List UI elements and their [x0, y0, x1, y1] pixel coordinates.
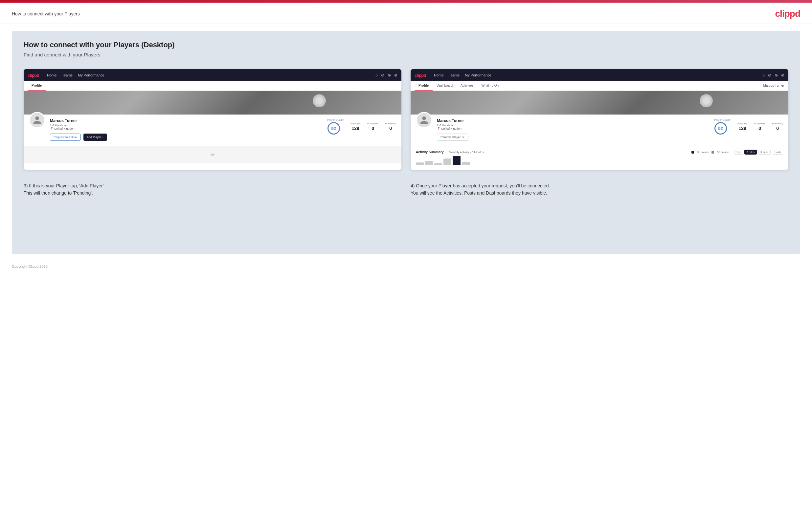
right-location: 📍 United Kingdom: [437, 127, 710, 130]
off-course-legend-dot: [711, 151, 714, 154]
caption-right-text: 4) Once your Player has accepted your re…: [411, 182, 789, 197]
search-icon: ⌕: [375, 73, 378, 77]
search-icon-right: ⌕: [762, 73, 765, 77]
on-course-legend-dot: [692, 151, 694, 154]
globe-icon-right: ⊗: [781, 73, 784, 77]
chart-bar-1: [416, 162, 424, 165]
left-profile-section: Marcus Turner 1-5 Handicap 📍 United King…: [23, 115, 401, 146]
avatar-icon-right: [419, 115, 429, 125]
right-profile-section: Marcus Turner 1-5 Handicap 📍 United King…: [411, 115, 789, 146]
right-nav-home: Home: [434, 73, 444, 77]
activity-period: Monthly Activity · 6 Months: [449, 151, 484, 154]
settings-icon-right: ⊕: [774, 73, 778, 77]
chart-bar-2: [425, 161, 433, 165]
right-profile-stats: Player Quality 92 Activities 129 Followe…: [714, 118, 783, 134]
tab-dashboard[interactable]: Dashboard: [433, 81, 457, 91]
left-profile-stats: Player Quality 92 Activities 129 Followe…: [327, 118, 396, 134]
avatar-icon: [33, 115, 42, 125]
left-nav-icons: ⌕ ⊙ ⊕ ⊗: [375, 73, 398, 77]
screenshots-row: clippd Home Teams My Performance ⌕ ⊙ ⊕ ⊗…: [23, 69, 789, 170]
left-activities-stat: Activities 129: [350, 122, 361, 131]
right-nav: clippd Home Teams My Performance ⌕ ⊙ ⊕ ⊗: [411, 69, 789, 81]
page-header: How to connect with your Players clippd: [0, 3, 812, 24]
article-title: How to connect with your Players (Deskto…: [23, 41, 789, 49]
settings-icon: ⊕: [388, 73, 391, 77]
right-quality-stat: Player Quality 92: [714, 118, 731, 134]
chart-bar-4: [444, 159, 451, 165]
right-avatar: [416, 112, 432, 128]
left-footer: ✏: [23, 146, 401, 163]
activity-legend: On course Off course: [692, 151, 729, 154]
left-nav-home: Home: [47, 73, 56, 77]
left-profile-info: Marcus Turner 1-5 Handicap 📍 United King…: [50, 118, 323, 141]
left-avatar: [29, 112, 45, 128]
top-stripe: [0, 0, 812, 3]
activity-chart: [416, 157, 783, 166]
time-6mths[interactable]: 6 mths: [744, 150, 757, 155]
add-player-button[interactable]: Add Player +: [84, 133, 107, 141]
chart-bar-5: [453, 156, 461, 165]
left-following-stat: Following 0: [385, 122, 396, 131]
left-quality-stat: Player Quality 92: [327, 118, 344, 134]
copyright: Copyright Clippd 2022: [12, 265, 48, 269]
caption-left-text: 3) If this is your Player tap, 'Add Play…: [23, 182, 401, 197]
right-tabs: Profile Dashboard Activities What To On …: [411, 81, 789, 91]
caption-right: 4) Once your Player has accepted your re…: [411, 179, 789, 200]
golf-banner-left: [23, 91, 401, 115]
activity-summary: Activity Summary Monthly Activity · 6 Mo…: [411, 146, 789, 170]
left-followers-stat: Followers 0: [367, 122, 378, 131]
player-name-dropdown[interactable]: Marcus Turner: [763, 81, 784, 91]
close-icon: ✕: [462, 135, 465, 139]
left-nav-logo: clippd: [28, 73, 39, 78]
location-pin-icon-right: 📍: [437, 127, 441, 130]
tab-profile-left[interactable]: Profile: [28, 81, 46, 91]
golf-banner-right: [411, 91, 789, 115]
caption-left: 3) If this is your Player tap, 'Add Play…: [23, 179, 401, 200]
time-3mths[interactable]: 3 mths: [758, 150, 771, 155]
right-nav-teams: Teams: [449, 73, 460, 77]
globe-icon: ⊗: [394, 73, 398, 77]
breadcrumb: How to connect with your Players: [12, 11, 80, 16]
tab-activities[interactable]: Activities: [457, 81, 477, 91]
header-divider: [12, 24, 800, 24]
page-footer: Copyright Clippd 2022: [0, 261, 812, 275]
activity-title: Activity Summary: [416, 150, 444, 154]
left-profile-buttons: Request to Follow Add Player +: [50, 133, 323, 141]
right-profile-info: Marcus Turner 1-5 Handicap 📍 United King…: [437, 118, 710, 141]
right-nav-icons: ⌕ ⊙ ⊕ ⊗: [762, 73, 784, 77]
article-subtitle: Find and connect with your Players: [23, 52, 789, 57]
left-location: 📍 United Kingdom: [50, 127, 323, 130]
quality-circle-right: 92: [714, 122, 727, 134]
left-player-name: Marcus Turner: [50, 118, 323, 123]
pencil-icon: ✏: [211, 152, 215, 158]
clippd-logo: clippd: [775, 8, 800, 19]
activity-header: Activity Summary Monthly Activity · 6 Mo…: [416, 150, 783, 155]
right-followers-stat: Followers 0: [754, 122, 765, 131]
time-1mth[interactable]: 1 mth: [772, 150, 783, 155]
main-content: How to connect with your Players (Deskto…: [12, 31, 800, 254]
left-nav: clippd Home Teams My Performance ⌕ ⊙ ⊕ ⊗: [23, 69, 401, 81]
right-handicap: 1-5 Handicap: [437, 124, 710, 127]
user-icon-right: ⊙: [768, 73, 771, 77]
user-icon: ⊙: [381, 73, 384, 77]
off-course-legend-label: Off course: [717, 151, 729, 154]
screenshot-right: clippd Home Teams My Performance ⌕ ⊙ ⊕ ⊗…: [411, 69, 789, 170]
left-tabs: Profile: [23, 81, 401, 91]
right-nav-logo: clippd: [414, 73, 426, 78]
chart-bar-3: [434, 163, 442, 165]
quality-circle-left: 92: [327, 122, 340, 134]
remove-player-button[interactable]: Remove Player ✕: [437, 133, 468, 141]
tab-profile-right[interactable]: Profile: [414, 81, 433, 91]
left-handicap: 1-5 Handicap: [50, 124, 323, 127]
right-player-name: Marcus Turner: [437, 118, 710, 123]
right-following-stat: Following 0: [772, 122, 783, 131]
location-pin-icon: 📍: [50, 127, 54, 130]
time-filter-buttons: 1 yr 6 mths 3 mths 1 mth: [734, 150, 783, 155]
tab-what-to-on[interactable]: What To On: [477, 81, 503, 91]
request-follow-button[interactable]: Request to Follow: [50, 133, 81, 141]
left-nav-teams: Teams: [62, 73, 72, 77]
captions-row: 3) If this is your Player tap, 'Add Play…: [23, 179, 789, 200]
time-1yr[interactable]: 1 yr: [734, 150, 743, 155]
right-nav-performance: My Performance: [465, 73, 492, 77]
chart-bar-6: [462, 162, 470, 165]
